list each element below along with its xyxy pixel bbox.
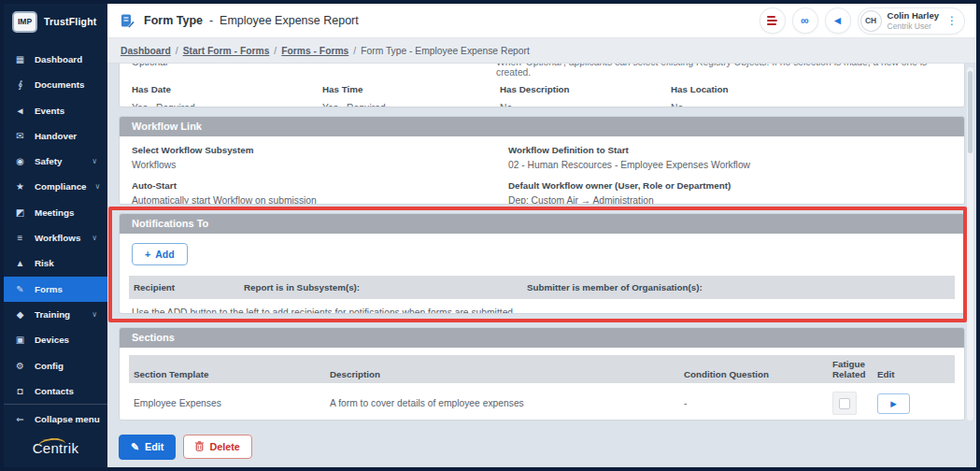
sidebar-item-config[interactable]: ⚙ Config <box>4 352 107 378</box>
sidebar-item-risk[interactable]: ▲ Risk <box>4 250 107 276</box>
sidebar-item-events[interactable]: ◄ Events <box>4 97 107 122</box>
table-row: Employee Expenses A form to cover detail… <box>129 383 955 421</box>
sidebar-item-label: Contacts <box>35 386 74 396</box>
sidebar-item-training[interactable]: ◆ Training ∨ <box>4 302 107 327</box>
column-recipient: Recipient <box>134 282 244 293</box>
column-section-template: Section Template <box>134 369 330 379</box>
field-label: Has Description <box>500 84 671 94</box>
sidebar-item-label: Dashboard <box>35 54 82 64</box>
shield-icon: ◉ <box>14 156 26 166</box>
breadcrumb: Dashboard / Start Form - Forms / Forms -… <box>107 38 976 64</box>
chevron-down-icon: ∨ <box>92 310 97 319</box>
announcements-button[interactable]: ◄ <box>826 8 850 33</box>
sidebar-item-safety[interactable]: ◉ Safety ∨ <box>4 149 107 174</box>
stacked-bars-icon <box>767 16 777 26</box>
kebab-menu-icon[interactable]: ⋮ <box>944 14 958 27</box>
content-area: Optional When 'Optional', applicants can… <box>107 64 976 426</box>
edit-button[interactable]: ✎ Edit <box>119 435 176 460</box>
plus-icon: + <box>145 249 150 260</box>
edit-section-button[interactable]: ▶ <box>877 393 910 414</box>
field-value: No <box>500 103 671 107</box>
collapse-arrow-icon: ⇐ <box>14 414 26 424</box>
field-value: No <box>671 103 952 107</box>
sidebar-item-label: Training <box>35 309 70 320</box>
breadcrumb-separator: / <box>353 46 356 56</box>
description-cell: A form to cover details of employee expe… <box>330 398 684 408</box>
breadcrumb-separator: / <box>176 46 178 56</box>
collapse-menu-label: Collapse menu <box>35 414 100 424</box>
fatigue-related-checkbox[interactable] <box>832 392 857 415</box>
star-page-icon: ★ <box>14 181 26 192</box>
sidebar-nav: ▦ Dashboard ∮ Documents ◄ Events ✉ Hando… <box>4 40 107 404</box>
pencil-icon: ✎ <box>131 441 139 453</box>
breadcrumb-link-dashboard[interactable]: Dashboard <box>121 46 171 56</box>
paperclip-icon: ∮ <box>14 79 26 90</box>
link-icon: ∞ <box>801 14 809 27</box>
sections-card: Sections Section Template Description Co… <box>119 327 965 421</box>
delete-button[interactable]: Delete <box>183 435 251 459</box>
breadcrumb-link-start-form[interactable]: Start Form - Forms <box>183 46 270 56</box>
field-auto-start: Auto-Start Automatically start Workflow … <box>132 180 508 205</box>
sidebar-item-documents[interactable]: ∮ Documents <box>4 72 107 97</box>
field-workflow-definition: Workflow Definition to Start 02 - Human … <box>508 145 952 170</box>
registry-objects-hint: When 'Optional', applicants can select e… <box>496 64 952 78</box>
field-label: Has Date <box>132 84 322 94</box>
sidebar-item-devices[interactable]: ▣ Devices <box>4 327 107 352</box>
sidebar-item-label: Handover <box>35 131 77 141</box>
sidebar-item-handover[interactable]: ✉ Handover <box>4 123 107 149</box>
user-menu[interactable]: CH Colin Harley Centrik User ⋮ <box>859 8 964 34</box>
sidebar-item-compliance[interactable]: ★ Compliance ∨ <box>4 174 107 199</box>
edit-button-label: Edit <box>145 441 163 452</box>
sidebar-item-label: Events <box>35 106 64 116</box>
page-title-name: Employee Expense Report <box>220 14 359 27</box>
sidebar-item-label: Meetings <box>35 207 74 218</box>
sidebar-item-meetings[interactable]: ◩ Meetings <box>4 200 107 225</box>
add-recipient-button[interactable]: + Add <box>132 243 188 265</box>
vertical-scrollbar[interactable] <box>967 67 973 421</box>
field-label: Has Time <box>322 84 500 94</box>
breadcrumb-current: Form Type - Employee Expense Report <box>361 46 530 56</box>
chevron-down-icon: ∨ <box>92 157 97 165</box>
queue-button[interactable] <box>760 8 785 33</box>
field-value: Automatically start Workflow on submissi… <box>132 195 508 205</box>
sidebar-item-label: Devices <box>35 335 69 345</box>
trash-icon <box>195 441 204 453</box>
field-label: Workflow Definition to Start <box>508 145 952 155</box>
collapse-menu-button[interactable]: ⇐ Collapse menu <box>4 405 107 433</box>
sidebar-item-label: Forms <box>35 284 63 294</box>
top-header-bar: Form Type - Employee Expense Report ∞ ◄ … <box>107 4 976 38</box>
breadcrumb-link-forms[interactable]: Forms - Forms <box>281 46 348 56</box>
section-template-cell: Employee Expenses <box>134 398 330 408</box>
column-fatigue-related: Fatigue Related <box>832 359 877 379</box>
chevron-down-icon: ∨ <box>92 234 97 242</box>
warning-triangle-icon: ▲ <box>14 258 26 268</box>
column-description: Description <box>330 369 684 379</box>
notifications-empty-hint: Use the ADD button to the left to add re… <box>120 299 964 314</box>
sections-header: Sections <box>120 328 964 348</box>
graduation-icon: ◆ <box>14 309 26 320</box>
sidebar-item-dashboard[interactable]: ▦ Dashboard <box>4 47 107 72</box>
page-title: Form Type - Employee Expense Report <box>144 14 359 27</box>
sidebar-item-label: Compliance <box>35 181 87 192</box>
field-default-owner: Default Workflow owner (User, Role or De… <box>508 180 952 205</box>
stack-icon: ≡ <box>14 233 26 243</box>
field-has-time: Has Time Yes - Required <box>322 84 500 107</box>
notifications-card: Notifications To + Add Recipient Report … <box>119 213 965 314</box>
megaphone-icon: ◄ <box>14 106 26 116</box>
sidebar-item-label: Workflows <box>35 233 80 243</box>
field-label: Auto-Start <box>132 180 508 191</box>
field-value: Workflows <box>132 160 508 170</box>
sidebar-item-workflows[interactable]: ≡ Workflows ∨ <box>4 225 107 250</box>
sidebar-item-contacts[interactable]: ◘ Contacts <box>4 378 107 404</box>
scrollbar-thumb[interactable] <box>968 71 973 153</box>
sidebar-item-label: Config <box>35 361 64 371</box>
condition-question-cell: - <box>684 398 832 408</box>
dashboard-icon: ▦ <box>14 54 26 64</box>
app-window: IMP TrustFlight ▦ Dashboard ∮ Documents … <box>0 0 980 471</box>
field-value: Dep: Custom Air → Administration <box>508 195 952 205</box>
user-name: Colin Harley <box>888 10 939 21</box>
link-button[interactable]: ∞ <box>793 8 817 33</box>
sidebar-item-forms[interactable]: ✎ Forms <box>4 277 107 302</box>
contact-card-icon: ◘ <box>14 386 26 396</box>
sidebar-item-label: Documents <box>35 79 84 90</box>
